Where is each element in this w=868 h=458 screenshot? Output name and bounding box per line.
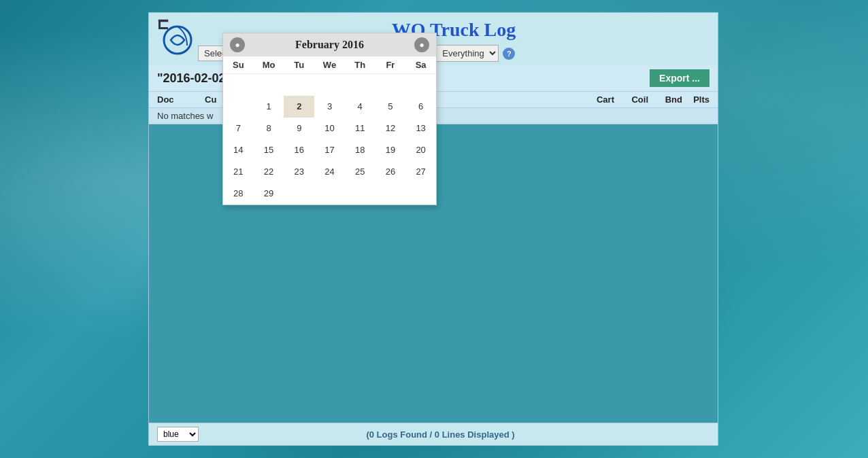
calendar-weekdays-row: Su Mo Tu We Th Fr Sa bbox=[223, 56, 436, 74]
no-matches-text: No matches w bbox=[157, 111, 213, 121]
col-header-coil: Coil bbox=[614, 94, 648, 105]
calendar-body: 1234567891011121314151617181920212223242… bbox=[223, 74, 436, 205]
calendar-day-cell[interactable]: 1 bbox=[254, 96, 284, 118]
weekday-tu: Tu bbox=[284, 56, 314, 74]
calendar-day-cell[interactable]: 24 bbox=[314, 161, 345, 183]
calendar-day-cell[interactable]: 29 bbox=[254, 183, 284, 205]
calendar-day-cell[interactable]: 20 bbox=[405, 139, 436, 161]
calendar-week-row: 123456 bbox=[223, 96, 436, 118]
calendar-day-cell[interactable]: 23 bbox=[284, 161, 314, 183]
calendar-day-cell[interactable]: 10 bbox=[314, 118, 345, 139]
calendar-day-cell[interactable]: 18 bbox=[345, 139, 375, 161]
svg-rect-2 bbox=[158, 27, 168, 29]
calendar-day-cell bbox=[405, 74, 436, 96]
calendar-day-cell bbox=[284, 74, 314, 96]
calendar-prev-button[interactable]: ● bbox=[230, 37, 245, 52]
calendar-day-cell[interactable]: 9 bbox=[284, 118, 314, 139]
weekday-mo: Mo bbox=[254, 56, 284, 74]
calendar-week-row: 14151617181920 bbox=[223, 139, 436, 161]
calendar-header: ● February 2016 ● bbox=[223, 33, 436, 56]
col-header-cart: Cart bbox=[580, 94, 614, 105]
calendar-day-cell bbox=[284, 183, 314, 205]
calendar-day-cell[interactable]: 16 bbox=[284, 139, 314, 161]
calendar-day-cell[interactable]: 12 bbox=[375, 118, 406, 139]
calendar-day-cell[interactable]: 27 bbox=[405, 161, 436, 183]
help-icon-search[interactable]: ? bbox=[503, 48, 515, 60]
calendar-day-cell[interactable]: 17 bbox=[314, 139, 345, 161]
calendar-day-cell bbox=[345, 74, 375, 96]
export-button[interactable]: Export ... bbox=[650, 69, 710, 87]
calendar-day-cell bbox=[223, 74, 254, 96]
search-select[interactable]: Everything Doc Customer Notes bbox=[436, 45, 499, 62]
calendar-day-cell[interactable]: 19 bbox=[375, 139, 406, 161]
weekday-th: Th bbox=[345, 56, 375, 74]
col-header-plts: Plts bbox=[682, 94, 710, 105]
calendar-day-cell[interactable]: 22 bbox=[254, 161, 284, 183]
calendar-popup: ● February 2016 ● Su Mo Tu We Th Fr Sa bbox=[222, 33, 437, 205]
calendar-day-cell[interactable]: 28 bbox=[223, 183, 254, 205]
calendar-week-row: 78910111213 bbox=[223, 118, 436, 139]
weekday-fr: Fr bbox=[375, 56, 406, 74]
weekday-sa: Sa bbox=[405, 56, 436, 74]
col-header-bnd: Bnd bbox=[648, 94, 682, 105]
calendar-day-cell[interactable]: 6 bbox=[405, 96, 436, 118]
weekday-we: We bbox=[314, 56, 345, 74]
calendar-day-cell[interactable]: 26 bbox=[375, 161, 406, 183]
app-container: WQ Truck Log Select Logs by Date ? Every… bbox=[148, 12, 718, 446]
calendar-day-cell[interactable]: 7 bbox=[223, 118, 254, 139]
calendar-day-cell[interactable]: 3 bbox=[314, 96, 345, 118]
calendar-week-row: 2829 bbox=[223, 183, 436, 205]
calendar-day-cell bbox=[375, 74, 406, 96]
calendar-next-button[interactable]: ● bbox=[414, 37, 429, 52]
calendar-day-cell bbox=[223, 96, 254, 118]
calendar-day-cell bbox=[405, 183, 436, 205]
calendar-day-cell bbox=[314, 183, 345, 205]
theme-select[interactable]: blue green gray bbox=[157, 427, 199, 442]
calendar-day-cell[interactable]: 4 bbox=[345, 96, 375, 118]
content-area: ● February 2016 ● Su Mo Tu We Th Fr Sa bbox=[149, 65, 718, 423]
calendar-day-cell[interactable]: 21 bbox=[223, 161, 254, 183]
calendar-day-cell bbox=[345, 183, 375, 205]
calendar-day-cell[interactable]: 25 bbox=[345, 161, 375, 183]
calendar-day-cell[interactable]: 11 bbox=[345, 118, 375, 139]
calendar-day-cell[interactable]: 5 bbox=[375, 96, 406, 118]
calendar-day-cell bbox=[314, 74, 345, 96]
calendar-day-cell[interactable]: 14 bbox=[223, 139, 254, 161]
app-logo bbox=[157, 18, 198, 63]
active-date-text: "2016-02-02" bbox=[157, 71, 231, 86]
calendar-grid: Su Mo Tu We Th Fr Sa 1234567891011121314… bbox=[223, 56, 436, 205]
calendar-day-cell[interactable]: 8 bbox=[254, 118, 284, 139]
calendar-title: February 2016 bbox=[295, 39, 364, 51]
calendar-week-row: 21222324252627 bbox=[223, 161, 436, 183]
calendar-day-cell[interactable]: 13 bbox=[405, 118, 436, 139]
status-text: (0 Logs Found / 0 Lines Displayed ) bbox=[366, 429, 514, 440]
calendar-day-cell[interactable]: 15 bbox=[254, 139, 284, 161]
calendar-day-cell[interactable]: 2 bbox=[284, 96, 314, 118]
footer: blue green gray (0 Logs Found / 0 Lines … bbox=[149, 423, 718, 445]
col-header-doc: Doc bbox=[157, 94, 205, 105]
weekday-su: Su bbox=[223, 56, 254, 74]
calendar-day-cell bbox=[375, 183, 406, 205]
calendar-day-cell bbox=[254, 74, 284, 96]
calendar-week-row bbox=[223, 74, 436, 96]
